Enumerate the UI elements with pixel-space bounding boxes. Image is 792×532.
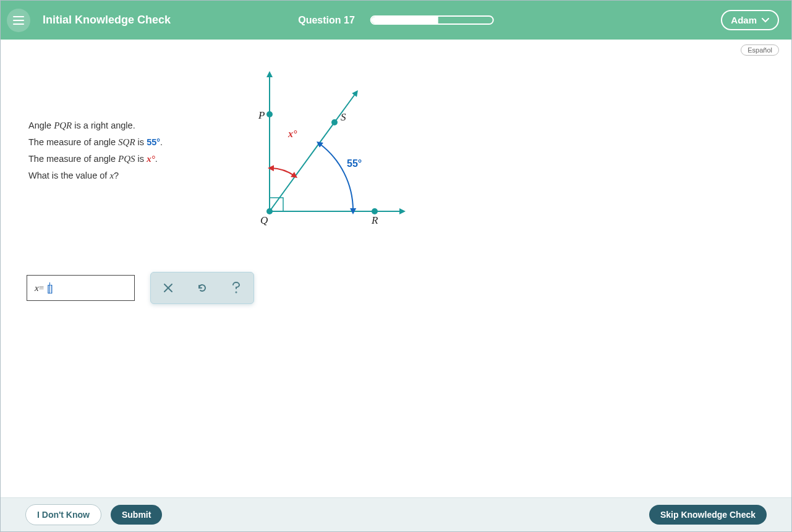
text: . [155,154,158,164]
svg-point-13 [236,292,237,293]
answer-input-box[interactable]: x = [] [27,275,135,301]
label-S: S [341,111,346,123]
svg-point-9 [372,208,378,214]
submit-button[interactable]: Submit [111,505,162,525]
x-icon [163,283,173,293]
text: What is the value of x? [28,171,119,180]
angle-name: PQR [54,120,72,130]
label-R: R [371,214,378,226]
menu-button[interactable] [7,9,30,32]
answer-input-field[interactable]: [] [47,282,53,293]
angle-55-label: 55° [347,158,362,169]
angle-name: PQS [118,154,135,164]
footer-bar: I Don't Know Submit Skip Knowledge Check [1,497,791,531]
hamburger-icon [13,16,24,25]
svg-line-6 [270,93,356,211]
question-number-label: Question 17 [298,15,355,26]
question-icon [231,281,242,295]
text: is [135,154,147,164]
progress-bar [370,15,494,25]
header-center: Question 17 [298,15,494,26]
progress-fill [372,17,438,23]
angle-name: SQR [118,137,135,147]
angle-x-label: x° [287,129,297,139]
user-name: Adam [731,15,757,25]
page-title: Initial Knowledge Check [43,14,171,27]
label-P: P [258,109,265,121]
geometry-diagram: P Q R S x° 55° [226,68,412,253]
chevron-down-icon [762,18,769,23]
answer-eq: = [39,283,44,293]
answer-var: x [35,283,39,293]
undo-icon [197,282,208,293]
label-Q: Q [260,214,268,226]
clear-button[interactable] [162,282,174,294]
toolbar [150,272,254,304]
user-menu[interactable]: Adam [721,10,779,30]
help-button[interactable] [230,282,242,294]
text: is a right angle. [72,120,135,130]
text: The measure of angle [28,137,118,147]
text: . [160,137,163,147]
app-header: Initial Knowledge Check Question 17 Adam [1,1,791,40]
language-toggle[interactable]: Español [741,44,779,56]
i-dont-know-button[interactable]: I Don't Know [25,504,101,525]
angle-value: x° [147,154,155,164]
skip-knowledge-check-button[interactable]: Skip Knowledge Check [649,505,767,525]
svg-point-8 [266,208,273,214]
problem-statement: Angle PQR is a right angle. The measure … [28,68,214,253]
text: The measure of angle [28,154,118,164]
text: is [135,137,147,147]
angle-value: 55° [147,137,160,147]
undo-button[interactable] [196,282,208,294]
text: Angle [28,120,54,130]
svg-point-10 [331,119,338,125]
svg-point-7 [266,111,273,117]
